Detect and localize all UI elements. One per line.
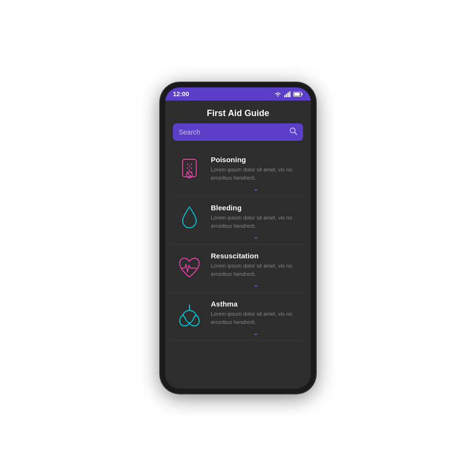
wifi-icon bbox=[274, 91, 282, 97]
bleeding-title: Bleeding bbox=[211, 204, 301, 212]
resuscitation-content: Resuscitation Lorem ipsum dolor sit amet… bbox=[211, 252, 301, 289]
poisoning-title: Poisoning bbox=[211, 155, 301, 164]
svg-rect-9 bbox=[183, 159, 196, 177]
list-item[interactable]: Asthma Lorem ipsum dolor sit amet, vis n… bbox=[170, 293, 306, 341]
bleeding-chevron[interactable]: ⌄ bbox=[211, 233, 301, 240]
svg-point-14 bbox=[189, 166, 190, 167]
resuscitation-desc: Lorem ipsum dolor sit amet, vis no error… bbox=[211, 262, 301, 278]
search-container bbox=[165, 123, 311, 149]
svg-rect-2 bbox=[288, 92, 289, 97]
svg-line-19 bbox=[187, 173, 191, 177]
asthma-desc: Lorem ipsum dolor sit amet, vis no error… bbox=[211, 310, 301, 326]
resuscitation-icon bbox=[175, 254, 204, 283]
status-bar: 12:00 bbox=[165, 87, 311, 101]
svg-point-17 bbox=[189, 170, 190, 171]
list-item[interactable]: Bleeding Lorem ipsum dolor sit amet, vis… bbox=[170, 197, 306, 245]
poisoning-content: Poisoning Lorem ipsum dolor sit amet, vi… bbox=[211, 155, 301, 192]
status-time: 12:00 bbox=[173, 90, 189, 98]
asthma-title: Asthma bbox=[211, 300, 301, 308]
resuscitation-title: Resuscitation bbox=[211, 252, 301, 260]
svg-point-13 bbox=[191, 168, 192, 169]
bleeding-icon bbox=[175, 205, 204, 235]
list-container: Poisoning Lorem ipsum dolor sit amet, vi… bbox=[165, 149, 311, 389]
svg-point-11 bbox=[191, 164, 192, 165]
svg-rect-6 bbox=[302, 93, 303, 95]
list-item[interactable]: Poisoning Lorem ipsum dolor sit amet, vi… bbox=[170, 149, 306, 197]
bleeding-content: Bleeding Lorem ipsum dolor sit amet, vis… bbox=[211, 204, 301, 240]
svg-point-10 bbox=[187, 164, 188, 165]
phone-screen: 12:00 bbox=[165, 87, 311, 389]
bleeding-desc: Lorem ipsum dolor sit amet, vis no error… bbox=[211, 214, 301, 230]
app-title: First Aid Guide bbox=[165, 101, 311, 123]
poisoning-icon bbox=[175, 157, 204, 187]
svg-rect-1 bbox=[286, 94, 288, 97]
search-icon bbox=[289, 127, 297, 137]
list-item[interactable]: Resuscitation Lorem ipsum dolor sit amet… bbox=[170, 245, 306, 293]
poisoning-chevron[interactable]: ⌄ bbox=[211, 185, 301, 192]
asthma-chevron[interactable]: ⌄ bbox=[211, 329, 301, 337]
signal-icon bbox=[284, 91, 291, 97]
asthma-content: Asthma Lorem ipsum dolor sit amet, vis n… bbox=[211, 300, 301, 337]
status-icons bbox=[274, 91, 303, 97]
svg-rect-5 bbox=[294, 93, 300, 96]
svg-point-12 bbox=[187, 168, 188, 169]
asthma-icon bbox=[175, 302, 204, 331]
resuscitation-chevron[interactable]: ⌄ bbox=[211, 281, 301, 289]
svg-line-8 bbox=[295, 133, 297, 135]
battery-icon bbox=[293, 91, 303, 97]
search-bar[interactable] bbox=[173, 123, 303, 141]
search-input[interactable] bbox=[179, 128, 286, 136]
phone-frame: 12:00 bbox=[160, 83, 316, 393]
app-content: First Aid Guide bbox=[165, 101, 311, 389]
svg-rect-0 bbox=[284, 95, 286, 97]
svg-rect-3 bbox=[289, 91, 291, 97]
poisoning-desc: Lorem ipsum dolor sit amet, vis no error… bbox=[211, 166, 301, 182]
